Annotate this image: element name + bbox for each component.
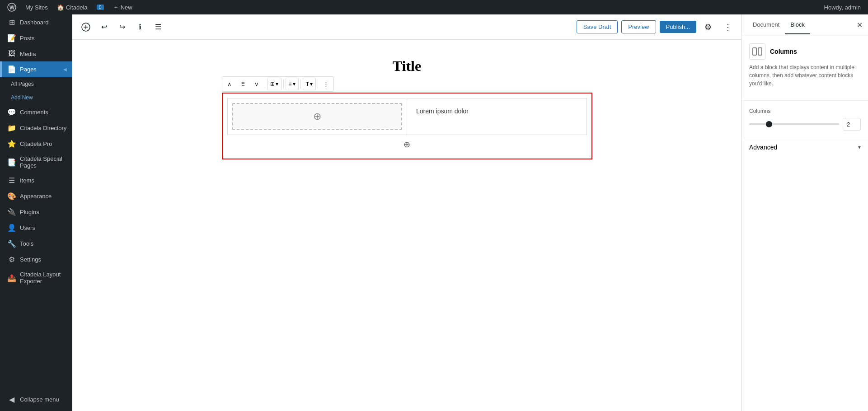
gear-icon: ⚙ — [704, 22, 712, 32]
admin-bar-wp-logo[interactable]: W — [4, 0, 20, 14]
svg-rect-5 — [753, 48, 756, 55]
appearance-icon: 🎨 — [7, 192, 16, 201]
sidebar-item-dashboard[interactable]: ⊞ Dashboard — [0, 14, 72, 30]
sidebar-item-label: Tools — [20, 240, 33, 247]
undo-icon: ↩ — [101, 23, 107, 31]
redo-btn[interactable]: ↪ — [114, 19, 130, 35]
sidebar-item-posts[interactable]: 📝 Posts — [0, 30, 72, 46]
sidebar-item-plugins[interactable]: 🔌 Plugins — [0, 204, 72, 220]
svg-text:W: W — [9, 5, 15, 11]
columns-slider[interactable] — [749, 123, 839, 125]
add-block-inside-btn[interactable]: ⊕ — [227, 135, 587, 154]
right-panel: Document Block ✕ Columns Add a block th — [741, 14, 868, 411]
media-icon: 🖼 — [7, 50, 16, 58]
column-right: Lorem ipsum dolor — [407, 98, 586, 135]
columns-number-input[interactable] — [843, 118, 861, 131]
chevron-down-icon: ▾ — [858, 144, 861, 150]
sidebar-item-label: Plugins — [20, 209, 39, 215]
svg-rect-6 — [758, 48, 762, 55]
collapse-menu-btn[interactable]: ◀ Collapse menu — [0, 392, 72, 407]
sidebar-item-pages[interactable]: 📄 Pages ◀ — [0, 61, 72, 77]
admin-bar-comments[interactable]: 0 — [93, 0, 108, 14]
collapse-icon: ◀ — [7, 395, 16, 404]
sidebar-item-appearance[interactable]: 🎨 Appearance — [0, 188, 72, 204]
info-btn[interactable]: ℹ — [132, 19, 148, 35]
add-block-btn[interactable] — [78, 19, 94, 35]
main-layout: ⊞ Dashboard 📝 Posts 🖼 Media 📄 Pages ◀ Al… — [0, 14, 868, 411]
sidebar-item-add-new[interactable]: Add New — [0, 91, 72, 104]
sidebar-item-comments[interactable]: 💬 Comments — [0, 104, 72, 120]
editor-wrapper: ↩ ↪ ℹ ☰ Save Draft Preview Publish... — [72, 14, 741, 411]
list-view-icon: ☰ — [155, 23, 161, 31]
sidebar-item-label: Comments — [20, 109, 48, 116]
block-more-btn[interactable]: ⋮ — [320, 78, 333, 90]
admin-bar-my-sites[interactable]: My Sites — [22, 0, 52, 14]
sidebar-item-settings[interactable]: ⚙ Settings — [0, 252, 72, 267]
settings-icon: ⚙ — [7, 255, 16, 264]
redo-icon: ↪ — [119, 23, 125, 31]
editor-toolbar: ↩ ↪ ℹ ☰ Save Draft Preview Publish... — [72, 14, 741, 40]
comments-icon: 💬 — [7, 108, 16, 117]
align-dropdown[interactable]: ≡ ▾ — [286, 78, 299, 90]
home-icon: 🏠 — [57, 4, 64, 11]
collapse-label: Collapse menu — [20, 396, 59, 403]
sidebar-item-label: Citadela Special Pages — [20, 155, 67, 169]
sidebar-item-citadela-directory[interactable]: 📁 Citadela Directory — [0, 120, 72, 136]
down-arrow-icon: ∨ — [254, 81, 259, 88]
column-left: ⊕ — [228, 98, 408, 135]
toolbar-sep — [265, 79, 265, 89]
tab-block[interactable]: Block — [785, 16, 810, 34]
panel-close-btn[interactable]: ✕ — [857, 21, 863, 29]
columns-block: ⊕ Lorem ipsum dolor ⊕ — [222, 93, 592, 159]
columns-icon-box — [749, 43, 765, 60]
drag-icon: ⠿ — [241, 81, 245, 88]
toolbar-sep2 — [283, 79, 284, 89]
align-icon: ≡ — [289, 81, 292, 87]
sidebar-item-citadela-pro[interactable]: ⭐ Citadela Pro — [0, 136, 72, 152]
sidebar-item-label: All Pages — [11, 81, 34, 87]
list-view-btn[interactable]: ☰ — [150, 19, 166, 35]
advanced-header[interactable]: Advanced ▾ — [749, 144, 861, 151]
save-draft-btn[interactable]: Save Draft — [577, 20, 618, 33]
columns-type-dropdown[interactable]: ⊞ ▾ — [267, 78, 282, 90]
block-info-section: Columns Add a block that displays conten… — [742, 36, 868, 101]
block-drag-btn[interactable]: ⠿ — [237, 78, 249, 90]
tab-document[interactable]: Document — [747, 16, 785, 34]
block-up-btn[interactable]: ∧ — [223, 78, 236, 90]
block-down-btn[interactable]: ∨ — [250, 78, 263, 90]
toolbar-settings-btn[interactable]: ⚙ — [700, 19, 716, 35]
sidebar-item-label: Dashboard — [20, 19, 49, 26]
sidebar-item-citadela-layout[interactable]: 📤 Citadela Layout Exporter — [0, 267, 72, 288]
undo-btn[interactable]: ↩ — [96, 19, 112, 35]
columns-inner: ⊕ Lorem ipsum dolor — [227, 98, 587, 135]
preview-btn[interactable]: Preview — [621, 20, 656, 33]
column-placeholder[interactable]: ⊕ — [232, 103, 403, 130]
my-sites-label: My Sites — [25, 4, 48, 11]
sidebar-item-users[interactable]: 👤 Users — [0, 220, 72, 236]
text-dropdown[interactable]: T ▾ — [303, 78, 316, 90]
more-icon: ⋮ — [323, 81, 329, 88]
sidebar-item-tools[interactable]: 🔧 Tools — [0, 236, 72, 252]
columns-block-icon — [752, 46, 763, 57]
column-text[interactable]: Lorem ipsum dolor — [412, 103, 582, 130]
sidebar-item-citadela-special[interactable]: 📑 Citadela Special Pages — [0, 152, 72, 173]
admin-bar-new[interactable]: ＋ New — [109, 0, 136, 14]
editor-inner: Title ∧ ⠿ ∨ — [222, 58, 592, 393]
pages-arrow: ◀ — [63, 67, 67, 72]
sidebar-item-media[interactable]: 🖼 Media — [0, 46, 72, 61]
publish-btn[interactable]: Publish... — [660, 21, 696, 33]
plus-icon: ＋ — [113, 3, 119, 11]
columns-control: Columns — [742, 101, 868, 138]
page-title[interactable]: Title — [222, 58, 592, 75]
admin-bar-home[interactable]: 🏠 Citadela — [53, 0, 91, 14]
text-arrow-icon: ▾ — [310, 81, 313, 87]
sidebar-item-all-pages[interactable]: All Pages — [0, 77, 72, 91]
sidebar-item-label: Posts — [20, 35, 35, 42]
sidebar-item-items[interactable]: ☰ Items — [0, 173, 72, 188]
admin-bar-howdy: Howdy, admin — [821, 4, 864, 11]
directory-icon: 📁 — [7, 124, 16, 132]
sidebar-item-label: Items — [20, 177, 34, 184]
sidebar: ⊞ Dashboard 📝 Posts 🖼 Media 📄 Pages ◀ Al… — [0, 14, 72, 411]
more-tools-btn[interactable]: ⋮ — [720, 19, 736, 35]
sidebar-item-label: Settings — [20, 256, 41, 263]
